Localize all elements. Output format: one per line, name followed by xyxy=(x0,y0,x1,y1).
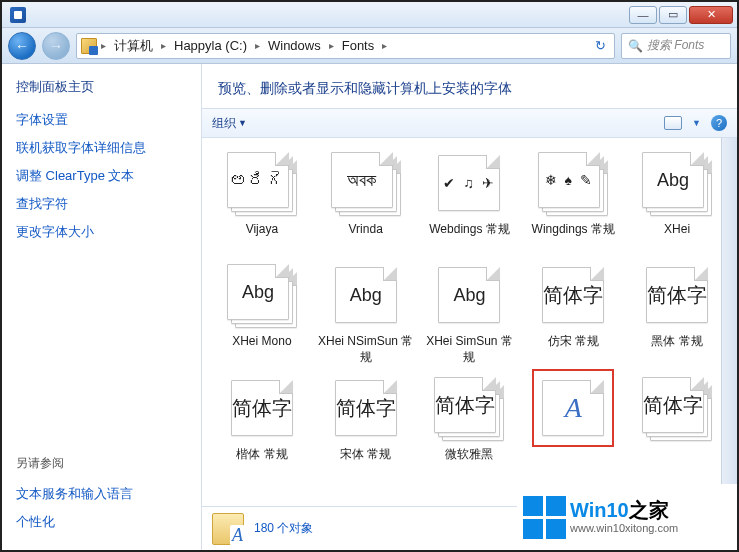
font-thumbnail: A xyxy=(536,373,610,443)
font-preview-text: Abg xyxy=(453,286,485,304)
font-preview-text: 简体字 xyxy=(232,398,292,418)
body: 控制面板主页 字体设置 联机获取字体详细信息 调整 ClearType 文本 查… xyxy=(2,64,737,550)
font-thumbnail: అరిగె xyxy=(225,148,299,218)
font-preview-text: অবক xyxy=(347,171,376,189)
font-item[interactable]: 简体字黑体 常规 xyxy=(627,260,727,365)
font-preview-text: A xyxy=(565,394,582,422)
sidebar-link-personalization[interactable]: 个性化 xyxy=(16,508,187,536)
font-item[interactable]: 简体字微软雅黑 xyxy=(420,373,520,477)
font-thumbnail: অবক xyxy=(329,148,403,218)
font-name-label: XHei SimSun 常规 xyxy=(421,334,517,365)
font-preview-text: Abg xyxy=(350,286,382,304)
font-thumbnail: 简体字 xyxy=(640,373,714,443)
font-name-label: Vrinda xyxy=(349,222,383,252)
close-button[interactable]: ✕ xyxy=(689,6,733,24)
chevron-down-icon: ▼ xyxy=(238,118,247,128)
font-name-label: Wingdings 常规 xyxy=(532,222,615,252)
address-bar[interactable]: ▸ 计算机 ▸ Happyla (C:) ▸ Windows ▸ Fonts ▸… xyxy=(76,33,615,59)
sidebar-link-font-settings[interactable]: 字体设置 xyxy=(16,106,187,134)
titlebar: — ▭ ✕ xyxy=(2,2,737,28)
font-preview-text: ✔ ♫ ✈ xyxy=(443,176,495,190)
sidebar-link-text-services[interactable]: 文本服务和输入语言 xyxy=(16,480,187,508)
search-icon: 🔍 xyxy=(628,39,643,53)
font-thumbnail: ✔ ♫ ✈ xyxy=(432,148,506,218)
font-name-label: 黑体 常规 xyxy=(651,334,702,364)
chevron-right-icon: ▸ xyxy=(255,40,260,51)
font-item[interactable]: 简体字宋体 常规 xyxy=(316,373,416,477)
main-panel: 预览、删除或者显示和隐藏计算机上安装的字体 组织 ▼ ▼ ? అరిగెVija… xyxy=(202,64,737,550)
font-item[interactable]: 简体字 xyxy=(627,373,727,477)
minimize-button[interactable]: — xyxy=(629,6,657,24)
fonts-folder-icon xyxy=(81,38,97,54)
toolbar: 组织 ▼ ▼ ? xyxy=(202,108,737,138)
font-item[interactable]: అరిగెVijaya xyxy=(212,148,312,252)
font-grid: అరిగెVijayaঅবকVrinda✔ ♫ ✈Webdings 常规❄ ♠ … xyxy=(202,138,737,477)
font-item[interactable]: 简体字仿宋 常规 xyxy=(523,260,623,365)
font-item[interactable]: AbgXHei xyxy=(627,148,727,252)
sidebar-link-change-size[interactable]: 更改字体大小 xyxy=(16,218,187,246)
font-thumbnail: Abg xyxy=(225,260,299,330)
window-controls: — ▭ ✕ xyxy=(629,6,737,24)
font-preview-text: 简体字 xyxy=(647,285,707,305)
font-grid-container: అరిగెVijayaঅবকVrinda✔ ♫ ✈Webdings 常规❄ ♠ … xyxy=(202,138,737,506)
font-preview-text: 简体字 xyxy=(643,395,703,415)
fonts-folder-icon xyxy=(212,513,244,545)
font-thumbnail: 简体字 xyxy=(640,260,714,330)
windows-logo-icon xyxy=(523,496,566,539)
font-preview-text: Abg xyxy=(242,283,274,301)
font-name-label: XHei xyxy=(664,222,690,252)
font-name-label: XHei Mono xyxy=(232,334,291,364)
font-thumbnail: 简体字 xyxy=(432,373,506,443)
font-thumbnail: 简体字 xyxy=(225,373,299,443)
font-thumbnail: Abg xyxy=(329,260,403,330)
font-name-label: Webdings 常规 xyxy=(429,222,509,252)
see-also-heading: 另请参阅 xyxy=(16,455,187,472)
search-input[interactable]: 🔍 搜索 Fonts xyxy=(621,33,731,59)
font-item[interactable]: AbgXHei Mono xyxy=(212,260,312,365)
organize-menu[interactable]: 组织 ▼ xyxy=(212,115,247,132)
sidebar: 控制面板主页 字体设置 联机获取字体详细信息 调整 ClearType 文本 查… xyxy=(2,64,202,550)
forward-button[interactable]: → xyxy=(42,32,70,60)
maximize-button[interactable]: ▭ xyxy=(659,6,687,24)
font-item[interactable]: 简体字楷体 常规 xyxy=(212,373,312,477)
breadcrumb[interactable]: Fonts xyxy=(338,38,379,53)
breadcrumb[interactable]: 计算机 xyxy=(110,37,157,55)
font-thumbnail: Abg xyxy=(640,148,714,218)
font-thumbnail: ❄ ♠ ✎ xyxy=(536,148,610,218)
chevron-right-icon: ▸ xyxy=(101,40,106,51)
chevron-down-icon: ▼ xyxy=(692,118,701,128)
vertical-scrollbar[interactable] xyxy=(721,138,737,506)
font-preview-text: Abg xyxy=(657,171,689,189)
view-button[interactable] xyxy=(664,116,682,130)
search-placeholder: 搜索 Fonts xyxy=(647,37,704,54)
font-thumbnail: Abg xyxy=(432,260,506,330)
object-count: 180 个对象 xyxy=(254,520,313,537)
font-item[interactable]: AbgXHei NSimSun 常规 xyxy=(316,260,416,365)
nav-bar: ← → ▸ 计算机 ▸ Happyla (C:) ▸ Windows ▸ Fon… xyxy=(2,28,737,64)
fonts-window: — ▭ ✕ ← → ▸ 计算机 ▸ Happyla (C:) ▸ Windows… xyxy=(0,0,739,552)
breadcrumb[interactable]: Happyla (C:) xyxy=(170,38,251,53)
chevron-right-icon: ▸ xyxy=(382,40,387,51)
app-icon xyxy=(10,7,26,23)
sidebar-link-cleartype[interactable]: 调整 ClearType 文本 xyxy=(16,162,187,190)
font-item[interactable]: অবকVrinda xyxy=(316,148,416,252)
font-item[interactable]: ✔ ♫ ✈Webdings 常规 xyxy=(420,148,520,252)
font-item[interactable]: AbgXHei SimSun 常规 xyxy=(420,260,520,365)
watermark: Win10之家 www.win10xitong.com xyxy=(517,484,737,550)
refresh-button[interactable]: ↻ xyxy=(591,38,610,53)
help-button[interactable]: ? xyxy=(711,115,727,131)
font-name-label: 仿宋 常规 xyxy=(548,334,599,364)
sidebar-heading: 控制面板主页 xyxy=(16,78,187,96)
font-name-label: 楷体 常规 xyxy=(236,447,287,477)
font-preview-text: 简体字 xyxy=(336,398,396,418)
back-button[interactable]: ← xyxy=(8,32,36,60)
sidebar-link-online-font-info[interactable]: 联机获取字体详细信息 xyxy=(16,134,187,162)
font-item[interactable]: ❄ ♠ ✎Wingdings 常规 xyxy=(523,148,623,252)
font-preview-text: ❄ ♠ ✎ xyxy=(545,173,594,187)
font-thumbnail: 简体字 xyxy=(329,373,403,443)
sidebar-link-find-char[interactable]: 查找字符 xyxy=(16,190,187,218)
breadcrumb[interactable]: Windows xyxy=(264,38,325,53)
font-item[interactable]: A xyxy=(523,373,623,477)
font-name-label: Vijaya xyxy=(246,222,278,252)
font-name-label: 宋体 常规 xyxy=(340,447,391,477)
